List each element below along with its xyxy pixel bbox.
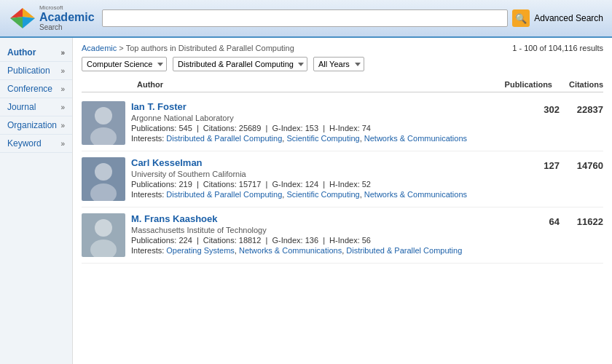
author-photo (82, 157, 125, 201)
interest-link[interactable]: Scientific Computing (286, 190, 359, 199)
person-icon (82, 157, 125, 201)
interest-link[interactable]: Operating Systems (166, 246, 235, 255)
author-info: Ian T. FosterArgonne National Laboratory… (131, 101, 510, 143)
author-affiliation: Massachusetts Institute of Technology (131, 226, 510, 234)
content-area: Academic > Top authors in Distributed & … (73, 38, 612, 364)
svg-point-6 (95, 163, 112, 181)
table-row: M. Frans KaashoekMassachusetts Institute… (82, 207, 603, 264)
sidebar-arrow-icon: » (60, 122, 65, 130)
metrics-row: 64 11622 (523, 216, 603, 227)
interest-link[interactable]: Networks & Communications (364, 134, 467, 143)
svg-marker-0 (23, 8, 35, 18)
sidebar-item-journal[interactable]: Journal» (0, 98, 72, 116)
breadcrumb: Academic > Top authors in Distributed & … (82, 44, 603, 52)
svg-marker-3 (10, 17, 23, 28)
col-header-citations: Citations (552, 80, 603, 89)
sidebar-item-author[interactable]: Author» (0, 44, 72, 62)
author-publications-metric: 302 (523, 104, 560, 115)
author-interests: Interests: Distributed & Parallel Comput… (131, 134, 510, 143)
filter-all-years[interactable]: All Years (313, 57, 364, 71)
author-metrics: 302 22837 (516, 101, 603, 115)
filters: Computer ScienceDistributed & Parallel C… (82, 57, 603, 71)
breadcrumb-text: Academic > Top authors in Distributed & … (82, 44, 294, 52)
sidebar-item-keyword[interactable]: Keyword» (0, 135, 72, 153)
sidebar-label: Journal (7, 102, 36, 112)
author-photo (82, 101, 125, 145)
sidebar-label: Publication (7, 66, 50, 76)
sidebar-arrow-icon: » (60, 85, 65, 93)
interest-link[interactable]: Distributed & Parallel Computing (166, 134, 282, 143)
sidebar-item-organization[interactable]: Organization» (0, 116, 72, 135)
author-publications-metric: 127 (523, 160, 560, 171)
svg-point-8 (95, 219, 112, 237)
main-layout: Author»Publication»Conference»Journal»Or… (0, 38, 612, 364)
logo-area: Microsoft Academic Search (9, 4, 95, 32)
results-count: 1 - 100 of 104,116 results (512, 44, 603, 52)
table-row: Ian T. FosterArgonne National Laboratory… (82, 95, 603, 151)
sidebar-label: Organization (7, 120, 57, 130)
search-button[interactable]: 🔍 (512, 9, 530, 27)
authors-list: Ian T. FosterArgonne National Laboratory… (82, 95, 603, 264)
microsoft-academic-logo-icon (9, 7, 36, 30)
author-name-link[interactable]: M. Frans Kaashoek (131, 213, 510, 224)
author-stats: Publications: 224 | Citations: 18812 | G… (131, 236, 510, 245)
author-affiliation: University of Southern California (131, 170, 510, 178)
interest-link[interactable]: Networks & Communications (239, 246, 342, 255)
svg-point-4 (95, 107, 112, 124)
sidebar-item-publication[interactable]: Publication» (0, 62, 72, 80)
author-info: M. Frans KaashoekMassachusetts Institute… (131, 213, 510, 255)
sidebar-arrow-icon: » (60, 67, 65, 75)
sidebar-label: Author (7, 47, 36, 58)
sidebar-label: Conference (7, 84, 52, 94)
sidebar: Author»Publication»Conference»Journal»Or… (0, 38, 73, 364)
search-input[interactable] (102, 9, 509, 27)
breadcrumb-academic-link[interactable]: Academic (82, 44, 117, 52)
breadcrumb-separator: > (119, 44, 125, 52)
author-photo (82, 213, 125, 257)
author-citations-metric: 11622 (560, 216, 603, 227)
advanced-search-link[interactable]: Advanced Search (534, 13, 603, 23)
sidebar-arrow-icon: » (60, 49, 65, 57)
author-citations-metric: 14760 (560, 160, 603, 171)
interest-link[interactable]: Networks & Communications (364, 190, 467, 199)
logo-text: Microsoft Academic Search (39, 4, 95, 32)
author-interests: Interests: Operating Systems, Networks &… (131, 246, 510, 255)
author-citations-metric: 22837 (560, 104, 603, 115)
svg-point-9 (90, 240, 117, 257)
author-stats: Publications: 545 | Citations: 25689 | G… (131, 124, 510, 132)
filter-distributed-parallel[interactable]: Distributed & Parallel Computing (173, 57, 307, 71)
metrics-row: 302 22837 (523, 104, 603, 115)
table-header: Author Publications Citations (82, 77, 603, 92)
sidebar-item-conference[interactable]: Conference» (0, 80, 72, 98)
sidebar-arrow-icon: » (60, 103, 65, 111)
person-icon (82, 101, 125, 145)
author-name-link[interactable]: Carl Kesselman (131, 157, 510, 168)
author-metrics: 127 14760 (516, 157, 603, 171)
svg-marker-2 (23, 17, 35, 28)
breadcrumb-current: Top authors in Distributed & Parallel Co… (126, 44, 294, 52)
interest-link[interactable]: Scientific Computing (286, 134, 359, 143)
author-affiliation: Argonne National Laboratory (131, 114, 510, 122)
author-metrics: 64 11622 (516, 213, 603, 227)
author-name-link[interactable]: Ian T. Foster (131, 101, 510, 112)
sidebar-label: Keyword (7, 138, 42, 149)
sidebar-arrow-icon: » (60, 140, 65, 148)
search-bar: 🔍 Advanced Search (102, 9, 603, 27)
table-row: Carl KesselmanUniversity of Southern Cal… (82, 151, 603, 207)
svg-marker-1 (10, 8, 23, 18)
person-icon (82, 213, 125, 257)
svg-point-5 (90, 127, 117, 145)
author-info: Carl KesselmanUniversity of Southern Cal… (131, 157, 510, 199)
metrics-row: 127 14760 (523, 160, 603, 171)
author-interests: Interests: Distributed & Parallel Comput… (131, 190, 510, 199)
svg-point-7 (90, 183, 117, 201)
interest-link[interactable]: Distributed & Parallel Computing (166, 190, 282, 199)
header: Microsoft Academic Search 🔍 Advanced Sea… (0, 0, 612, 38)
filter-computer-science[interactable]: Computer Science (82, 57, 167, 71)
author-publications-metric: 64 (523, 216, 560, 227)
interest-link[interactable]: Distributed & Parallel Computing (346, 246, 462, 255)
author-stats: Publications: 219 | Citations: 15717 | G… (131, 180, 510, 189)
col-header-author: Author (82, 80, 494, 89)
col-header-publications: Publications (494, 80, 552, 89)
